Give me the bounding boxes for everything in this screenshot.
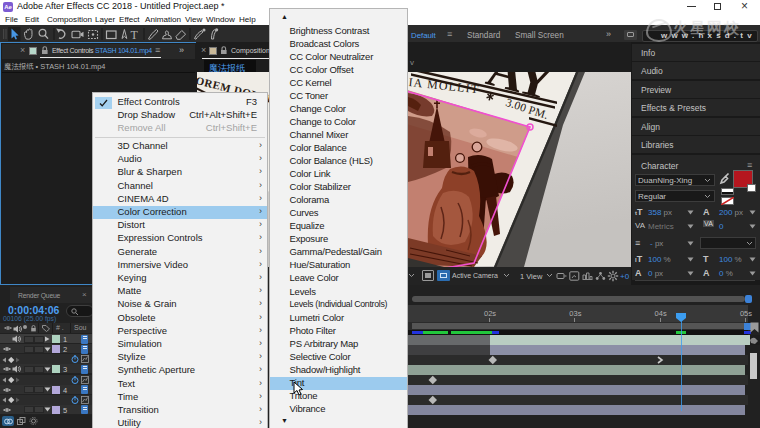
svg-text:T: T <box>131 28 139 42</box>
